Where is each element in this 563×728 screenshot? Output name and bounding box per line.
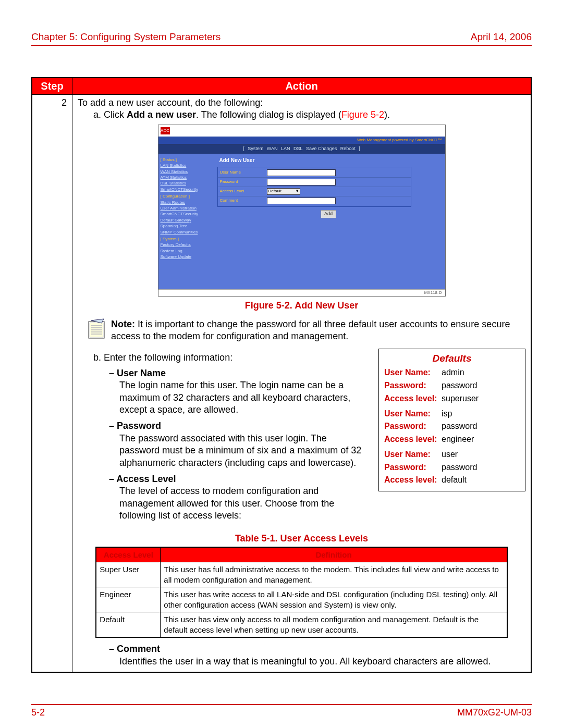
figure-titlebar: ADC xyxy=(158,125,445,137)
sidebar-item[interactable]: SNMP Communities xyxy=(161,230,210,235)
sidebar-item[interactable]: SmartCNCTSecurity xyxy=(161,212,210,217)
intro-line: To add a new user account, do the follow… xyxy=(78,97,525,109)
figure-model: MX118-D xyxy=(158,289,445,296)
field-label-access: Access Level xyxy=(109,473,369,485)
chapter-title: Chapter 5: Configuring System Parameters xyxy=(31,31,221,43)
adc-logo-icon: ADC xyxy=(161,127,170,134)
access-level-select[interactable]: Default xyxy=(267,188,300,195)
username-input[interactable] xyxy=(267,169,336,176)
sidebar-item[interactable]: Factory Defaults xyxy=(161,242,210,248)
sidebar-section-system: [ System ] xyxy=(161,237,210,242)
field-desc-username: The login name for this user. The login … xyxy=(119,379,369,416)
form-label-username: User Name xyxy=(220,170,267,175)
field-label-password: Password xyxy=(109,420,369,432)
field-desc-access: The level of access to modem configurati… xyxy=(119,485,369,522)
figure-sidebar: [ Status ] LAN Statistics WAN Statistics… xyxy=(158,154,212,289)
defaults-box: Defaults User Name:admin Password:passwo… xyxy=(378,349,525,491)
table-caption: Table 5-1. User Access Levels xyxy=(78,533,525,545)
sidebar-item[interactable]: User Administration xyxy=(161,206,210,211)
field-desc-comment: Identifies the user in a way that is mea… xyxy=(119,656,525,668)
action-cell: To add a new user account, do the follow… xyxy=(72,95,532,673)
sidebar-item[interactable]: WAN Statistics xyxy=(161,169,210,175)
doc-id: MM70xG2-UM-03 xyxy=(457,707,532,718)
sidebar-section-config: [ Configuration ] xyxy=(161,194,210,199)
sidebar-item[interactable]: SmartCNCTSecurity xyxy=(161,187,210,192)
form-label-comment: Comment xyxy=(220,198,267,203)
nav-dsl[interactable]: DSL xyxy=(293,146,303,151)
step-header: Step xyxy=(32,78,72,95)
field-label-comment: Comment xyxy=(109,643,525,655)
step-a: a. Click Add a new user. The following d… xyxy=(78,109,525,121)
form-label-access: Access Level xyxy=(220,189,267,194)
note-block: Note: It is important to change the pass… xyxy=(88,318,525,343)
sidebar-item[interactable]: Spanning Tree xyxy=(161,224,210,229)
figure-navbar: [ System WAN LAN DSL Save Changes Reboot… xyxy=(158,144,445,154)
sidebar-item[interactable]: ATM Statistics xyxy=(161,175,210,180)
page-number: 5-2 xyxy=(31,707,45,718)
step-action-table: Step Action 2 To add a new user account,… xyxy=(31,77,532,673)
sidebar-item[interactable]: System Log xyxy=(161,249,210,254)
nav-lan[interactable]: LAN xyxy=(281,146,290,151)
sidebar-item[interactable]: Default Gateway xyxy=(161,218,210,223)
figure-form-title: Add New User xyxy=(219,157,440,164)
table-row: Engineer This user has write access to a… xyxy=(96,587,507,612)
comment-input[interactable] xyxy=(267,198,336,204)
password-input[interactable] xyxy=(267,179,336,186)
field-desc-password: The password associated with this user l… xyxy=(119,433,369,469)
note-icon xyxy=(88,318,106,339)
form-label-password: Password xyxy=(220,179,267,184)
add-user-form: User Name Password Access Level Default xyxy=(217,167,411,207)
figure-caption: Figure 5-2. Add New User xyxy=(78,300,525,312)
sidebar-item[interactable]: Static Routes xyxy=(161,200,210,205)
action-header: Action xyxy=(72,78,532,95)
sidebar-item[interactable]: Software Update xyxy=(161,254,210,260)
powered-by: Web Management powered by SmartCNCT™ xyxy=(158,137,445,144)
sidebar-item[interactable]: DSL Statistics xyxy=(161,181,210,186)
access-header-level: Access Level xyxy=(96,547,161,562)
table-row: Super User This user has full administra… xyxy=(96,562,507,587)
access-levels-table: Access Level Definition Super User This … xyxy=(95,547,507,638)
table-row: Default This user has view only access t… xyxy=(96,612,507,638)
nav-wan[interactable]: WAN xyxy=(267,146,278,151)
access-header-def: Definition xyxy=(161,547,507,562)
header-date: April 14, 2006 xyxy=(471,31,532,43)
add-button[interactable]: Add xyxy=(321,210,336,218)
nav-reboot[interactable]: Reboot xyxy=(340,146,356,151)
page-footer: 5-2 MM70xG2-UM-03 xyxy=(31,704,532,718)
nav-save[interactable]: Save Changes xyxy=(306,146,337,151)
defaults-title: Defaults xyxy=(384,352,520,365)
note-text: It is important to change the password f… xyxy=(111,319,510,341)
sidebar-section-status: [ Status ] xyxy=(161,157,210,163)
note-label: Note: xyxy=(111,319,135,329)
sidebar-item[interactable]: LAN Statistics xyxy=(161,163,210,168)
page-header: Chapter 5: Configuring System Parameters… xyxy=(31,31,532,46)
nav-system[interactable]: System xyxy=(248,146,263,151)
step-number: 2 xyxy=(32,95,72,673)
figure-5-2: ADC Web Management powered by SmartCNCT™… xyxy=(158,125,446,297)
field-label-username: User Name xyxy=(109,367,369,379)
figure-ref-link[interactable]: Figure 5-2 xyxy=(341,109,384,120)
